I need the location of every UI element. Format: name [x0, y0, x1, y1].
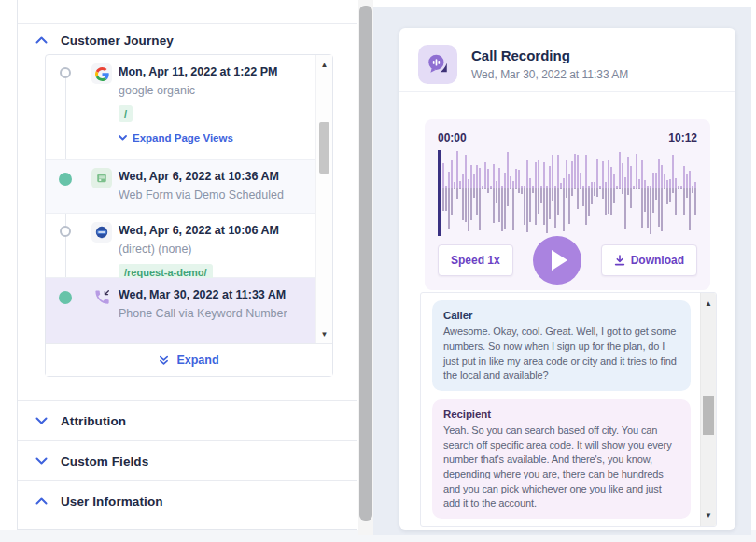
journey-scrollbar[interactable]: ▲ ▼: [315, 55, 332, 344]
transcript-panel: Caller Awesome. Okay, cool. Great. Well,…: [420, 292, 717, 527]
detail-pane-background: Call Recording Wed, Mar 30, 2022 at 11:3…: [373, 7, 751, 535]
expand-page-views-label: Expand Page Views: [133, 132, 233, 144]
scrollbar-thumb[interactable]: [359, 6, 372, 521]
journey-event-phone-call[interactable]: Wed, Mar 30, 2022 at 11:33 AM Phone Call…: [46, 278, 316, 343]
player-controls: Speed 1x Download: [438, 244, 697, 285]
transcript-scrollbar[interactable]: ▲ ▼: [700, 293, 716, 526]
page-scrollbar[interactable]: [358, 0, 373, 535]
chevron-down-icon: [35, 417, 48, 424]
chevron-down-icon: [119, 135, 127, 141]
scrollbar-thumb[interactable]: [319, 122, 329, 174]
scroll-up-arrow[interactable]: ▲: [316, 61, 332, 69]
timeline-marker: [59, 173, 72, 186]
event-date: Wed, Mar 30, 2022 at 11:33 AM: [119, 288, 307, 301]
phone-call-icon: [91, 286, 112, 307]
download-button[interactable]: Download: [601, 244, 697, 276]
section-label: User Information: [61, 494, 163, 508]
message-text: Yeah. So you can search based off city. …: [443, 424, 679, 511]
scroll-up-arrow[interactable]: ▲: [701, 299, 716, 308]
event-date: Wed, Apr 6, 2022 at 10:36 AM: [119, 170, 307, 183]
speaker-label: Recipient: [443, 407, 679, 422]
play-button[interactable]: [533, 236, 581, 285]
contact-detail-panel: Customer Journey Mon, Apr 11, 2022 at 1:…: [17, 0, 357, 530]
section-header-user-information[interactable]: User Information: [18, 480, 357, 530]
speaker-label: Caller: [443, 308, 679, 323]
journey-expand-button[interactable]: Expand: [46, 343, 332, 376]
journey-event-google-organic[interactable]: Mon, Apr 11, 2022 at 1:22 PM google orga…: [46, 55, 316, 160]
expand-label: Expand: [176, 354, 218, 367]
journey-event-direct[interactable]: Wed, Apr 6, 2022 at 10:06 AM (direct) (n…: [46, 214, 316, 278]
section-label: Attribution: [61, 414, 126, 428]
double-chevron-down-icon: [159, 355, 169, 366]
customer-journey-timeline: Mon, Apr 11, 2022 at 1:22 PM google orga…: [45, 54, 333, 377]
card-title: Call Recording: [471, 48, 628, 63]
chevron-up-icon: [35, 36, 48, 44]
section-header-customer-journey[interactable]: Customer Journey: [18, 29, 357, 51]
card-datetime: Wed, Mar 30, 2022 at 11:33 AM: [471, 68, 628, 81]
scroll-down-arrow[interactable]: ▼: [701, 511, 716, 520]
event-date: Mon, Apr 11, 2022 at 1:22 PM: [119, 65, 307, 78]
event-source: (direct) (none): [119, 243, 307, 256]
download-icon: [614, 255, 625, 266]
current-time: 00:00: [438, 132, 467, 145]
scrollbar-thumb[interactable]: [703, 396, 714, 435]
event-source: google organic: [119, 84, 307, 97]
event-date: Wed, Apr 6, 2022 at 10:06 AM: [119, 224, 307, 237]
speed-button[interactable]: Speed 1x: [438, 244, 513, 276]
waveform[interactable]: [438, 150, 697, 236]
google-logo-icon: [91, 63, 112, 84]
expand-page-views-link[interactable]: Expand Page Views: [119, 132, 307, 144]
timeline-marker: [60, 67, 71, 78]
page-path-tag: /: [119, 105, 133, 122]
transcript-message-caller: Caller Awesome. Okay, cool. Great. Well,…: [432, 300, 691, 391]
web-form-icon: [91, 168, 112, 188]
call-recording-card: Call Recording Wed, Mar 30, 2022 at 11:3…: [399, 28, 735, 530]
waveform-bars: [442, 150, 697, 236]
section-label: Customer Journey: [61, 34, 174, 48]
event-source: Web Form via Demo Scheduled: [119, 188, 307, 202]
panel-top-divider: [18, 23, 357, 24]
call-recording-titles: Call Recording Wed, Mar 30, 2022 at 11:3…: [471, 48, 628, 81]
direct-visit-icon: [91, 222, 112, 243]
section-label: Custom Fields: [61, 454, 148, 468]
timeline-marker: [60, 226, 71, 237]
play-icon: [552, 250, 567, 271]
card-header-divider: [399, 91, 735, 92]
speed-label: Speed 1x: [451, 254, 500, 267]
journey-event-web-form[interactable]: Wed, Apr 6, 2022 at 10:36 AM Web Form vi…: [46, 160, 316, 214]
call-recording-header: Call Recording Wed, Mar 30, 2022 at 11:3…: [399, 28, 735, 84]
total-time: 10:12: [668, 132, 697, 145]
event-source: Phone Call via Keyword Number: [119, 307, 307, 320]
call-recording-icon: [418, 45, 457, 84]
chevron-down-icon: [35, 457, 48, 465]
audio-player: 00:00 10:12 Speed 1x: [425, 119, 710, 290]
section-header-attribution[interactable]: Attribution: [18, 400, 357, 440]
scroll-down-arrow[interactable]: ▼: [316, 330, 332, 339]
transcript-message-recipient: Recipient Yeah. So you can search based …: [432, 399, 691, 519]
section-header-custom-fields[interactable]: Custom Fields: [18, 440, 357, 480]
playhead[interactable]: [438, 150, 441, 236]
message-text: Awesome. Okay, cool. Great. Well, I got …: [443, 325, 679, 382]
player-times: 00:00 10:12: [438, 132, 697, 145]
timeline-marker: [59, 291, 72, 304]
chevron-up-icon: [35, 497, 48, 505]
download-label: Download: [631, 254, 684, 267]
